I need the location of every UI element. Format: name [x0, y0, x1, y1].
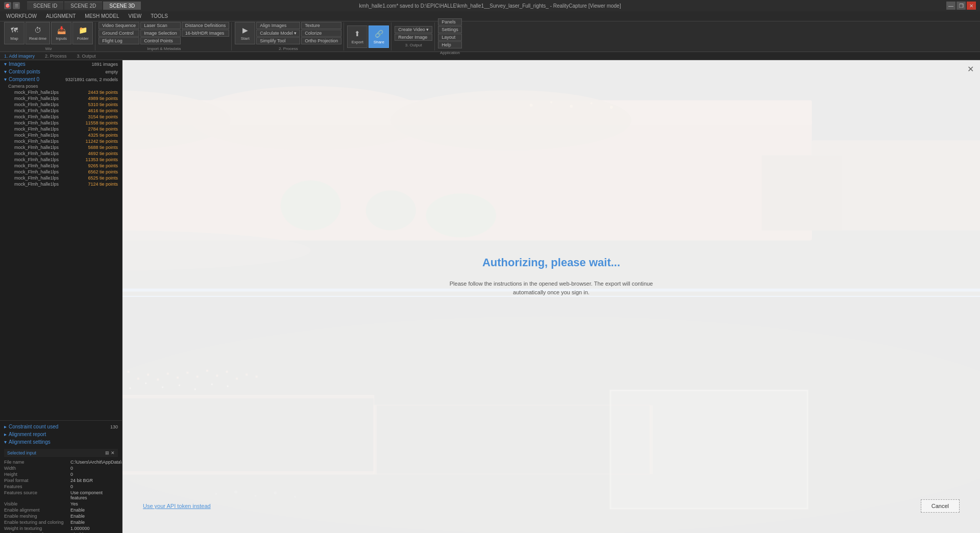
- wiz-label: Wiz: [45, 46, 52, 51]
- property-row-8: Enable meshingEnable: [4, 513, 118, 519]
- simplify-tool-button[interactable]: Simplify Tool: [256, 37, 300, 44]
- menu-bar: WORKFLOW ALIGNMENT MESH MODEL VIEW TOOLS: [0, 11, 980, 21]
- menu-workflow[interactable]: WORKFLOW: [2, 12, 41, 20]
- camera-item-4[interactable]: mock_Flmh_halle1lps3154 tie points: [0, 114, 122, 120]
- render-image-button[interactable]: Render Image: [395, 34, 432, 41]
- prop-label-1: Width: [4, 466, 70, 471]
- panels-button[interactable]: Panels: [438, 18, 462, 26]
- scene-3d-tab[interactable]: SCENE 3D: [103, 2, 141, 10]
- align-report-collapse-icon: ▸: [4, 432, 7, 437]
- export-label: Export: [352, 40, 363, 45]
- inputs-label: Inputs: [56, 36, 67, 41]
- start-button[interactable]: ▶ Start: [235, 22, 255, 44]
- prop-label-2: Height: [4, 472, 70, 477]
- camera-item-0[interactable]: mock_Flmh_halle1lps2443 tie points: [0, 89, 122, 95]
- camera-poses-header[interactable]: Camera poses: [0, 83, 122, 89]
- video-sequence-button[interactable]: Video Sequence: [99, 22, 139, 29]
- camera-list: mock_Flmh_halle1lps2443 tie pointsmock_F…: [0, 89, 122, 187]
- inputs-button[interactable]: 📥 Inputs: [51, 22, 71, 44]
- scene-tree: ▾ Images 1891 images ▾ Control points em…: [0, 60, 122, 421]
- restore-button[interactable]: ❐: [957, 2, 966, 10]
- camera-item-10[interactable]: mock_Flmh_halle1lps4692 tie points: [0, 150, 122, 157]
- app-small-btns: Panels Settings Layout Help: [438, 18, 462, 48]
- camera-item-15[interactable]: mock_Flmh_halle1lps7124 tie points: [0, 181, 122, 187]
- menu-alignment[interactable]: ALIGNMENT: [42, 12, 80, 20]
- camera-item-3[interactable]: mock_Flmh_halle1lps4616 tie points: [0, 108, 122, 114]
- prop-label-0: File name: [4, 460, 70, 465]
- cancel-button[interactable]: Cancel: [921, 499, 960, 513]
- colorize-button[interactable]: Colorize: [301, 30, 341, 37]
- control-points-button[interactable]: Control Points: [140, 37, 181, 44]
- camera-item-1[interactable]: mock_Flmh_halle1lps4989 tie points: [0, 95, 122, 101]
- property-row-5: Features sourceUse component features: [4, 490, 118, 501]
- layout-button[interactable]: Layout: [438, 34, 462, 41]
- ground-control-button[interactable]: Ground Control: [99, 30, 139, 37]
- camera-item-8[interactable]: mock_Flmh_halle1lps11242 tie points: [0, 138, 122, 144]
- hdr-button[interactable]: 16-bit/HDR Images: [182, 30, 230, 37]
- camera-item-12[interactable]: mock_Flmh_halle1lps9265 tie points: [0, 163, 122, 169]
- process-small-btns: Align Images Calculate Model ▾ Simplify …: [256, 22, 300, 44]
- prop-value-5: Use component features: [70, 490, 118, 500]
- distance-def-button[interactable]: Distance Definitions: [182, 22, 230, 29]
- toolbar-import-section: Video Sequence Ground Control Flight Log…: [96, 22, 232, 50]
- align-images-button[interactable]: Align Images: [256, 22, 300, 29]
- export-button[interactable]: ⬆ Export: [347, 26, 368, 48]
- camera-item-7[interactable]: mock_Flmh_halle1lps4325 tie points: [0, 132, 122, 138]
- laser-scan-button[interactable]: Laser Scan: [140, 22, 181, 29]
- close-button[interactable]: ✕: [967, 2, 976, 10]
- toolbar-export-section: ⬆ Export 🔗 Share: [345, 22, 391, 50]
- images-header[interactable]: ▾ Images 1891 images: [0, 60, 122, 68]
- camera-item-14[interactable]: mock_Flmh_halle1lps6525 tie points: [0, 175, 122, 181]
- property-row-10: Weight in texturing1.000000: [4, 525, 118, 531]
- help-button[interactable]: Help: [438, 41, 462, 48]
- calculate-model-button[interactable]: Calculate Model ▾: [256, 30, 300, 37]
- align-settings-collapse-icon: ▾: [4, 439, 7, 445]
- create-video-button[interactable]: Create Video ▾: [395, 26, 432, 33]
- left-sidebar: ▾ Images 1891 images ▾ Control points em…: [0, 60, 122, 533]
- constraint-count-header[interactable]: ▸ Constraint count used 130: [4, 423, 118, 430]
- prop-label-6: Visible: [4, 501, 70, 506]
- menu-view[interactable]: VIEW: [125, 12, 146, 20]
- start-icon: ▶: [240, 25, 250, 35]
- modal-close-button[interactable]: ✕: [967, 64, 974, 74]
- flight-log-button[interactable]: Flight Log: [99, 37, 139, 44]
- export-icon: ⬆: [352, 29, 362, 39]
- title-bar-left: 🎯 ☰ SCENE ID SCENE 2D SCENE 3D: [4, 2, 141, 10]
- camera-item-6[interactable]: mock_Flmh_halle1lps2784 tie points: [0, 126, 122, 132]
- process-buttons: ▶ Start Align Images Calculate Model ▾ S…: [235, 22, 341, 44]
- control-points-header[interactable]: ▾ Control points empty: [0, 68, 122, 75]
- folder-icon: 📁: [78, 25, 88, 35]
- app-icon: 🎯: [4, 2, 11, 9]
- settings-button[interactable]: Settings: [438, 26, 462, 33]
- camera-item-13[interactable]: mock_Flmh_halle1lps6562 tie points: [0, 169, 122, 175]
- folder-button[interactable]: 📁 Folder: [72, 22, 93, 44]
- map-button[interactable]: 🗺 Map: [4, 22, 24, 44]
- constraint-collapse-icon: ▸: [4, 424, 7, 429]
- scene-id-tab[interactable]: SCENE ID: [27, 2, 63, 10]
- prop-label-5: Features source: [4, 490, 70, 500]
- scene-2d-tab[interactable]: SCENE 2D: [64, 2, 102, 10]
- camera-item-2[interactable]: mock_Flmh_halle1lps5310 tie points: [0, 101, 122, 108]
- api-token-link[interactable]: Use your API token instead: [143, 503, 211, 509]
- window-title: kmh_halle1.com* saved to D:\EPIC\HALLE\k…: [359, 3, 621, 9]
- share-button[interactable]: 🔗 Share: [369, 26, 389, 48]
- minimize-button[interactable]: —: [946, 2, 955, 10]
- alignment-settings-header[interactable]: ▾ Alignment settings: [4, 438, 118, 446]
- map-icon: 🗺: [9, 25, 19, 35]
- camera-item-5[interactable]: mock_Flmh_halle1lps11558 tie points: [0, 120, 122, 126]
- realtime-button[interactable]: ⏱ Real-time: [26, 22, 50, 44]
- toolbar-output-section: Create Video ▾ Render Image 3. Output: [393, 22, 435, 50]
- component-header[interactable]: ▾ Component 0 932/1891 cams, 2 models: [0, 75, 122, 83]
- prop-value-4: 0: [70, 484, 118, 489]
- workflow-bar: 1. Add imagery 2. Process 3. Output: [0, 52, 980, 60]
- alignment-report-header[interactable]: ▸ Alignment report: [4, 430, 118, 438]
- image-selection-button[interactable]: Image Selection: [140, 30, 181, 37]
- ortho-button[interactable]: Ortho Projection: [301, 37, 341, 44]
- menu-tools[interactable]: TOOLS: [146, 12, 172, 20]
- texture-button[interactable]: Texture: [301, 22, 341, 29]
- camera-item-9[interactable]: mock_Flmh_halle1lps5688 tie points: [0, 144, 122, 150]
- menu-mesh-model[interactable]: MESH MODEL: [81, 12, 123, 20]
- window-controls: — ❐ ✕: [946, 2, 976, 10]
- camera-item-11[interactable]: mock_Flmh_halle1lps11353 tie points: [0, 157, 122, 163]
- property-row-9: Enable texturing and coloringEnable: [4, 519, 118, 525]
